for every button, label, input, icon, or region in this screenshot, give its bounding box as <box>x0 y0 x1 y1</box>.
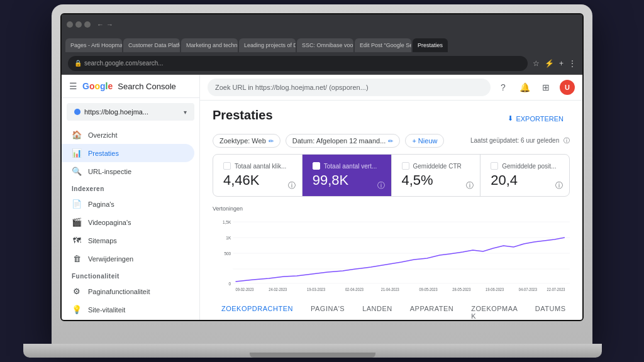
avatar[interactable]: U <box>560 80 575 95</box>
info-icon: ⓘ <box>564 137 570 144</box>
svg-text:19-03-2023: 19-03-2023 <box>307 287 325 291</box>
svg-text:19-06-2023: 19-06-2023 <box>486 287 504 291</box>
svg-text:02-04-2023: 02-04-2023 <box>345 287 364 291</box>
tab-zoekopmaa[interactable]: ZOEKOPMAA K <box>462 300 526 321</box>
svg-text:1K: 1K <box>226 234 231 241</box>
tab-apparaten[interactable]: APPARATEN <box>401 300 463 321</box>
chart-icon: 📊 <box>72 148 82 158</box>
page-icon: 📄 <box>72 199 82 209</box>
browser-window: ← → Pages - Arti Hoopmate... Customer Da… <box>62 14 582 321</box>
page-title: Prestaties <box>213 108 273 123</box>
metric-positie[interactable]: Gemiddelde posit... 20,4 ⓘ <box>480 155 569 196</box>
tab-2[interactable]: Customer Data Platform... <box>123 38 180 52</box>
chart-y-label: Vertoningen <box>213 206 243 212</box>
site-icon <box>74 109 80 115</box>
close-btn[interactable] <box>67 21 73 28</box>
tab-4[interactable]: Leading projects of Data... <box>239 38 296 52</box>
metric-value-ctr: 4,5% <box>402 172 470 189</box>
tab-7[interactable]: Prestaties <box>413 38 448 52</box>
edit-icon-2: ✏ <box>388 138 393 145</box>
last-updated: Laatst geüpdatet: 6 uur geleden ⓘ <box>470 136 570 145</box>
app-title: Search Console <box>118 82 176 91</box>
apps-icon[interactable]: ⊞ <box>538 80 553 95</box>
tab-1[interactable]: Pages - Arti Hoopmate... <box>65 38 122 52</box>
main-content: Prestaties ⬇ EXPORTEREN Zoektype: Web <box>200 101 582 321</box>
tab-landen[interactable]: LANDEN <box>353 300 401 321</box>
checkbox-positie[interactable] <box>491 162 498 170</box>
bookmark-icon[interactable]: ☆ <box>533 59 540 68</box>
metric-vertoningen[interactable]: Totaal aantal vert... 99,8K ⓘ <box>303 155 392 196</box>
section-indexeren: Indexeren <box>62 180 199 195</box>
sidebar-item-url[interactable]: 🔍 URL-inspectie <box>62 162 194 180</box>
nav-label-overzicht: Overzicht <box>88 131 117 139</box>
filter-zoektype[interactable]: Zoektype: Web ✏ <box>213 134 280 148</box>
sidebar-item-paginas[interactable]: 📄 Pagina's <box>62 195 194 213</box>
export-button[interactable]: ⬇ EXPORTEREN <box>501 112 570 125</box>
add-tab-icon[interactable]: + <box>559 59 564 68</box>
minimize-btn[interactable] <box>75 21 82 28</box>
tab-datums[interactable]: DATUMS <box>526 300 575 321</box>
browser-actions: ☆ ⚡ + ⋮ <box>533 59 576 68</box>
nav-label-paginafunc: Paginafunctionaliteit <box>88 288 150 295</box>
back-icon[interactable]: ← <box>97 21 104 28</box>
maximize-btn[interactable] <box>84 21 91 28</box>
tab-3[interactable]: Marketing and technology <box>181 38 238 52</box>
sidebar-item-sitemaps[interactable]: 🗺 Sitemaps <box>62 231 194 250</box>
sidebar-item-paginafunc[interactable]: ⚙ Paginafunctionaliteit <box>62 282 194 300</box>
google-logo: Google <box>82 81 113 91</box>
hamburger-icon[interactable]: ☰ <box>69 81 77 91</box>
sidebar-item-overzicht[interactable]: 🏠 Overzicht <box>62 126 194 144</box>
nav-arrows: ← → <box>97 21 113 28</box>
metric-value-positie: 20,4 <box>491 172 559 189</box>
tab-5[interactable]: SSC: Omnibase voor Pi... <box>297 38 353 52</box>
sidebar-item-verwijderingen[interactable]: 🗑 Verwijderingen <box>62 250 194 268</box>
browser-tabs: Pages - Arti Hoopmate... Customer Data P… <box>62 35 582 52</box>
sidebar-item-videopaginas[interactable]: 🎬 Videopagina's <box>62 213 194 231</box>
nav-label-url: URL-inspectie <box>88 168 131 175</box>
checkbox-vertoningen[interactable] <box>313 162 320 170</box>
site-name: https://blog.hoejma... <box>84 108 184 116</box>
add-filter-button[interactable]: + Nieuw <box>405 134 444 148</box>
svg-text:1,5K: 1,5K <box>223 219 231 225</box>
map-icon: 🗺 <box>72 236 82 245</box>
svg-text:22-07-2023: 22-07-2023 <box>547 287 565 291</box>
sidebar-item-prestaties[interactable]: 📊 Prestaties <box>62 144 194 162</box>
export-icon: ⬇ <box>508 114 513 123</box>
svg-text:0: 0 <box>229 280 231 287</box>
nav-label-prestaties: Prestaties <box>88 150 119 157</box>
site-selector[interactable]: https://blog.hoejma... ▾ <box>67 103 194 121</box>
sidebar-header: ☰ Google Search Console <box>62 75 199 98</box>
laptop-body: ← → Pages - Arti Hoopmate... Customer Da… <box>52 4 592 344</box>
extensions-icon[interactable]: ⚡ <box>545 59 554 68</box>
forward-icon[interactable]: → <box>106 21 113 28</box>
menu-icon[interactable]: ⋮ <box>569 59 576 68</box>
sidebar-item-sitevitaliteit[interactable]: 💡 Site-vitaliteit <box>62 300 194 319</box>
tab-zoekopdrachten[interactable]: ZOEKOPDRACHTEN <box>213 300 302 321</box>
browser-controls <box>67 21 91 28</box>
home-icon: 🏠 <box>72 130 82 140</box>
svg-text:21-04-2023: 21-04-2023 <box>381 287 399 291</box>
svg-text:09-02-2023: 09-02-2023 <box>236 287 254 291</box>
checkbox-kliks[interactable] <box>223 162 231 170</box>
tab-paginas[interactable]: PAGINA'S <box>302 300 353 321</box>
help-icon[interactable]: ? <box>496 80 511 95</box>
nav-label-verwijderingen: Verwijderingen <box>88 255 133 263</box>
section-functionaliteit: Functionaliteit <box>62 268 199 282</box>
info-icon-kliks: ⓘ <box>288 180 296 191</box>
metric-kliks[interactable]: Totaal aantal klik... 4,46K ⓘ <box>213 155 303 196</box>
filter-datum[interactable]: Datum: Afgelopen 12 maand... ✏ <box>286 134 401 148</box>
info-icon-positie: ⓘ <box>555 180 563 191</box>
top-nav: Zoek URL in https://blog.hoejma.net/ (op… <box>200 75 582 101</box>
sidebar-item-mobiel[interactable]: 📱 Gebruiksgemak op mob... <box>62 319 194 321</box>
laptop-screen: ← → Pages - Arti Hoopmate... Customer Da… <box>60 13 584 321</box>
address-bar[interactable]: 🔒 search.google.com/search... <box>68 56 528 71</box>
metric-ctr[interactable]: Gemiddelde CTR 4,5% ⓘ <box>392 155 481 196</box>
nav-label-videopaginas: Videopagina's <box>88 219 131 226</box>
laptop-base <box>23 344 602 358</box>
info-icon-ctr: ⓘ <box>466 180 474 191</box>
checkbox-ctr[interactable] <box>402 162 409 170</box>
chevron-down-icon: ▾ <box>184 109 187 116</box>
bell-icon[interactable]: 🔔 <box>517 80 532 95</box>
search-bar[interactable]: Zoek URL in https://blog.hoejma.net/ (op… <box>208 79 491 96</box>
tab-6[interactable]: Edit Post "Google Search..." <box>355 38 411 52</box>
